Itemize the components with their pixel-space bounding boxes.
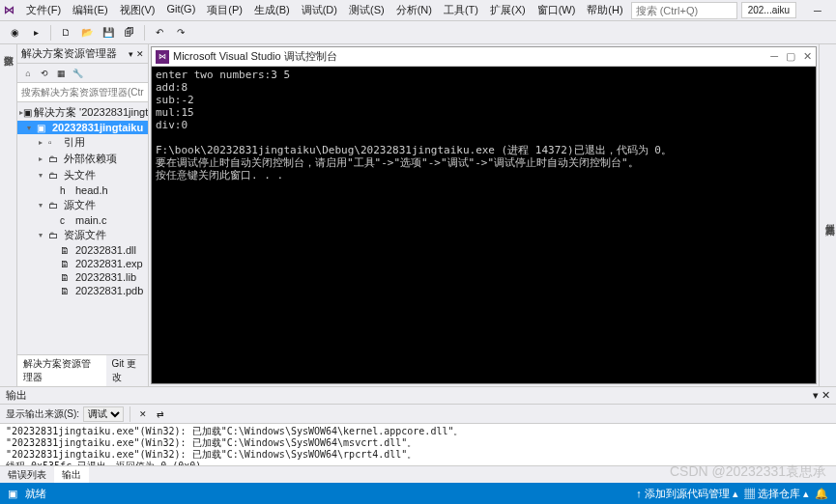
menu-item[interactable]: 文件(F)	[20, 1, 67, 19]
panel-options-icon[interactable]: ▾ ✕	[129, 49, 144, 59]
vs-logo-icon: ⋈	[4, 3, 14, 18]
title-bar: ⋈ 文件(F)编辑(E)视图(V)Git(G)项目(P)生成(B)调试(D)测试…	[0, 0, 836, 21]
console-minimize-icon[interactable]: ─	[770, 50, 778, 63]
output-close-icon[interactable]: ▾ ✕	[813, 389, 830, 402]
solution-explorer-toolbar: ⌂ ⟲ ▦ 🔧	[17, 64, 148, 83]
sync-icon[interactable]: ⟲	[38, 67, 51, 80]
menu-item[interactable]: 扩展(X)	[484, 1, 532, 19]
solution-node[interactable]: ▸▣解决方案 '20232831jingta...	[17, 104, 148, 121]
menu-item[interactable]: 视图(V)	[114, 1, 161, 19]
open-icon[interactable]: 📂	[78, 24, 96, 42]
solution-tree: ▸▣解决方案 '20232831jingta... ▾▣20232831jing…	[17, 102, 148, 354]
console-title-text: Microsoft Visual Studio 调试控制台	[173, 49, 337, 64]
console-icon: ⋈	[156, 50, 169, 64]
save-icon[interactable]: 💾	[100, 24, 117, 42]
output-panel: 输出 ▾ ✕ 显示输出来源(S): 调试 ✕ ⇄ "20232831jingta…	[0, 386, 836, 483]
main-menu: 文件(F)编辑(E)视图(V)Git(G)项目(P)生成(B)调试(D)测试(S…	[20, 1, 629, 19]
status-notification-icon[interactable]: 🔔	[815, 488, 828, 500]
status-bar: ▣ 就绪 ↑ 添加到源代码管理 ▴ ▦ 选择仓库 ▴ 🔔	[0, 483, 836, 504]
nav-back-icon[interactable]: ◉	[6, 24, 23, 42]
output-source-label: 显示输出来源(S):	[6, 407, 79, 421]
resource-file-node[interactable]: 🗎20232831.dll	[17, 243, 148, 257]
minimize-button[interactable]: ─	[806, 2, 829, 19]
external-deps-node[interactable]: ▸🗀外部依赖项	[17, 151, 148, 167]
editor-area: ⋈ Microsoft Visual Studio 调试控制台 ─ ▢ ✕ en…	[149, 44, 819, 386]
solution-search-input[interactable]	[17, 83, 148, 101]
resource-file-node[interactable]: 🗎20232831.pdb	[17, 284, 148, 297]
menu-item[interactable]: 项目(P)	[201, 1, 248, 19]
headers-node[interactable]: ▾🗀头文件	[17, 167, 148, 183]
right-side-strip[interactable]: 属性 工具箱	[819, 44, 836, 386]
menu-item[interactable]: 窗口(W)	[532, 1, 582, 19]
console-close-icon[interactable]: ✕	[803, 50, 812, 63]
debug-console-window: ⋈ Microsoft Visual Studio 调试控制台 ─ ▢ ✕ en…	[151, 46, 817, 384]
resource-file-node[interactable]: 🗎20232831.lib	[17, 270, 148, 284]
properties-icon[interactable]: 🔧	[71, 67, 84, 80]
home-icon[interactable]: ⌂	[21, 67, 35, 80]
resource-file-node[interactable]: 🗎20232831.exp	[17, 257, 148, 270]
clear-output-icon[interactable]: ✕	[136, 407, 150, 421]
status-repo-select[interactable]: ▦ 选择仓库 ▴	[744, 487, 809, 501]
maximize-button[interactable]: ▢	[831, 2, 836, 19]
new-file-icon[interactable]: 🗋	[57, 24, 74, 42]
source-file-node[interactable]: cmain.c	[17, 213, 148, 227]
save-all-icon[interactable]: 🗐	[121, 24, 138, 42]
output-source-select[interactable]: 调试	[83, 406, 124, 422]
console-titlebar: ⋈ Microsoft Visual Studio 调试控制台 ─ ▢ ✕	[152, 47, 816, 67]
menu-item[interactable]: 编辑(E)	[67, 1, 114, 19]
menu-item[interactable]: 调试(D)	[296, 1, 343, 19]
project-node[interactable]: ▾▣20232831jingtaiku	[17, 121, 148, 134]
document-tab[interactable]: 202...aiku	[741, 2, 796, 18]
solution-search[interactable]	[17, 83, 148, 102]
tab-git-changes[interactable]: Git 更改	[106, 355, 148, 386]
tab-output[interactable]: 输出	[54, 466, 89, 483]
menu-item[interactable]: Git(G)	[160, 1, 201, 19]
resources-node[interactable]: ▾🗀资源文件	[17, 227, 148, 243]
toggle-wrap-icon[interactable]: ⇄	[154, 407, 167, 421]
status-ready-icon: ▣	[8, 488, 17, 500]
left-side-strip[interactable]: 数据源	[0, 44, 17, 386]
solution-explorer-title: 解决方案资源管理器 ▾ ✕	[17, 44, 148, 64]
output-toolbar: 显示输出来源(S): 调试 ✕ ⇄	[0, 405, 836, 424]
menu-item[interactable]: 生成(B)	[248, 1, 296, 19]
menu-item[interactable]: 帮助(H)	[581, 1, 628, 19]
menu-item[interactable]: 工具(T)	[438, 1, 484, 19]
tab-solution-explorer[interactable]: 解决方案资源管理器	[17, 355, 106, 386]
undo-icon[interactable]: ↶	[151, 24, 168, 42]
show-all-icon[interactable]: ▦	[54, 67, 68, 80]
header-file-node[interactable]: hhead.h	[17, 183, 148, 197]
menu-item[interactable]: 分析(N)	[390, 1, 438, 19]
status-source-control[interactable]: ↑ 添加到源代码管理 ▴	[636, 487, 738, 501]
main-toolbar: ◉ ▸ 🗋 📂 💾 🗐 ↶ ↷	[0, 21, 836, 44]
nav-forward-icon[interactable]: ▸	[27, 24, 44, 42]
solution-explorer-panel: 解决方案资源管理器 ▾ ✕ ⌂ ⟲ ▦ 🔧 ▸▣解决方案 '20232831ji…	[17, 44, 149, 386]
output-header: 输出 ▾ ✕	[0, 387, 836, 405]
tab-error-list[interactable]: 错误列表	[0, 466, 54, 483]
menu-item[interactable]: 测试(S)	[343, 1, 390, 19]
console-maximize-icon[interactable]: ▢	[786, 50, 795, 63]
global-search-input[interactable]	[631, 2, 737, 19]
references-node[interactable]: ▸▫引用	[17, 134, 148, 151]
output-text: "20232831jingtaiku.exe"(Win32): 已加载"C:\W…	[0, 424, 836, 465]
console-output: enter two numbers:3 5 add:8 sub:-2 mul:1…	[152, 67, 816, 383]
sources-node[interactable]: ▾🗀源文件	[17, 197, 148, 213]
redo-icon[interactable]: ↷	[172, 24, 189, 42]
status-ready-text: 就绪	[25, 487, 46, 501]
